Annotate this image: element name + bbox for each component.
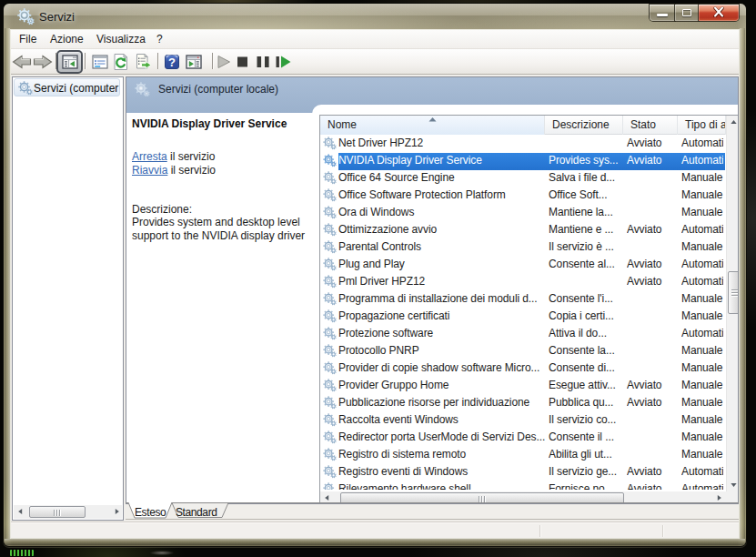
column-header-descrizione[interactable]: Descrizione — [545, 116, 623, 135]
toolbar-forward-button[interactable] — [33, 52, 53, 72]
tab-esteso[interactable]: Esteso — [135, 506, 166, 519]
service-row[interactable]: Rilevamento hardware shellFornisce no...… — [320, 481, 725, 490]
menu-help[interactable]: ? — [156, 33, 163, 46]
toolbar-export-list-button[interactable] — [133, 52, 153, 72]
service-gear-icon — [323, 240, 337, 257]
restart-service-link[interactable]: Riavvia — [132, 164, 167, 177]
scroll-left-icon[interactable] — [14, 505, 27, 518]
service-row[interactable]: Pml Driver HPZ12AvviatoAutomatico — [320, 273, 725, 290]
cell-descrizione: Fornisce no... — [549, 482, 623, 490]
cell-tipo: Manuale — [681, 188, 723, 201]
scroll-up-icon[interactable] — [727, 116, 739, 128]
column-header-tipo-di-avvio[interactable]: Tipo di avvio — [678, 116, 726, 135]
service-row[interactable]: Propagazione certificatiCopia i certi...… — [320, 308, 725, 325]
service-row[interactable]: Registro eventi di WindowsIl servizio ge… — [320, 463, 725, 481]
service-row[interactable]: Raccolta eventi WindowsIl servizio co...… — [320, 411, 725, 429]
service-row[interactable]: Programma di installazione dei moduli d.… — [320, 290, 725, 308]
list-vertical-scrollbar[interactable] — [726, 116, 739, 491]
frame-bottom-edge — [5, 539, 745, 545]
service-row[interactable]: Parental ControlsIl servizio è ...Manual… — [320, 238, 725, 256]
service-gear-icon — [323, 448, 337, 464]
view-tabs — [126, 502, 739, 522]
description-label: Descrizione: — [132, 203, 192, 216]
status-divider-1 — [539, 525, 540, 537]
stop-service-line: Arresta il servizio — [132, 150, 215, 163]
scroll-down-icon[interactable] — [727, 479, 739, 491]
service-row[interactable]: Provider Gruppo HomeEsegue attiv...Avvia… — [320, 377, 725, 394]
service-row[interactable]: Plug and PlayConsente al...AvviatoAutoma… — [320, 256, 725, 273]
cell-tipo: Manuale — [681, 379, 723, 391]
caption-buttons — [650, 5, 739, 21]
cell-nome: Registro di sistema remoto — [338, 448, 548, 461]
service-gear-icon — [323, 465, 337, 481]
service-gear-icon — [323, 309, 337, 326]
horizontal-scroll-thumb[interactable] — [29, 506, 86, 518]
column-header-nome[interactable]: Nome — [320, 116, 545, 135]
cell-tipo: Manuale — [681, 344, 723, 357]
service-row[interactable]: Registro di sistema remotoAbilita gli ut… — [320, 446, 725, 463]
cell-nome: Office 64 Source Engine — [338, 171, 548, 184]
service-row[interactable]: Net Driver HPZ12AvviatoAutomatico — [320, 135, 725, 152]
cell-nome: Plug and Play — [338, 258, 548, 270]
toolbar-pause-service-button[interactable] — [253, 52, 273, 72]
menu-azione[interactable]: Azione — [50, 33, 84, 46]
service-row[interactable]: Ottimizzazione avvioMantiene e ...Avviat… — [320, 221, 725, 238]
close-button[interactable] — [699, 5, 739, 21]
restart-service-line: Riavvia il servizio — [132, 164, 216, 177]
scroll-right-icon[interactable] — [110, 505, 124, 518]
service-row[interactable]: Ora di WindowsMantiene la...Manuale — [320, 204, 725, 221]
service-row[interactable]: Pubblicazione risorse per individuazione… — [320, 394, 725, 411]
toolbar-restart-service-button[interactable] — [275, 52, 295, 72]
console-tree-panel: Servizi (computer locale) — [12, 76, 124, 521]
toolbar-start-service-button[interactable] — [215, 52, 235, 72]
cell-descrizione: Il servizio è ... — [549, 240, 623, 253]
cell-tipo: Manuale — [681, 171, 723, 184]
window-title: Servizi — [39, 10, 75, 24]
cell-stato: Avviato — [627, 465, 678, 478]
tab-standard[interactable]: Standard — [176, 506, 217, 519]
minimize-button[interactable] — [650, 5, 675, 21]
maximize-button[interactable] — [675, 5, 699, 21]
cell-descrizione: Consente di... — [549, 361, 623, 374]
cell-tipo: Manuale — [681, 448, 723, 461]
cell-stato: Avviato — [627, 482, 678, 490]
close-icon — [712, 6, 725, 17]
toolbar-show-hide-console-tree-button[interactable] — [60, 52, 80, 72]
cell-nome: Propagazione certificati — [338, 309, 548, 322]
cell-tipo: Manuale — [681, 292, 723, 305]
cell-stato: Avviato — [627, 258, 678, 270]
toolbar-properties-button[interactable] — [90, 52, 110, 72]
cell-descrizione: Office Soft... — [549, 188, 623, 201]
service-row[interactable]: Office Software Protection PlatformOffic… — [320, 187, 725, 204]
menu-visualizza[interactable]: Visualizza — [96, 33, 146, 46]
toolbar-back-button[interactable] — [12, 52, 32, 72]
service-gear-icon — [323, 137, 337, 153]
service-row[interactable]: Provider di copie shadow software Micro.… — [320, 360, 725, 377]
tree-horizontal-scrollbar[interactable] — [14, 505, 122, 519]
service-row[interactable]: Office 64 Source EngineSalva i file d...… — [320, 169, 725, 187]
toolbar-refresh-button[interactable] — [111, 52, 131, 72]
cell-tipo: Manuale — [681, 206, 723, 218]
vertical-scroll-thumb[interactable] — [728, 271, 739, 314]
cell-descrizione: Consente l'i... — [549, 292, 623, 305]
cell-nome: Net Driver HPZ12 — [338, 137, 548, 149]
service-gear-icon — [323, 292, 337, 309]
service-row[interactable]: Protezione softwareAttiva il do...Automa… — [320, 325, 725, 342]
service-row[interactable]: Redirector porta UserMode di Servizi Des… — [320, 429, 725, 446]
service-row[interactable]: Protocollo PNRPConsente la...Manuale — [320, 342, 725, 360]
stop-service-link[interactable]: Arresta — [132, 150, 167, 163]
titlebar[interactable]: Servizi — [4, 4, 746, 30]
cell-nome: Protezione software — [338, 327, 548, 339]
cell-nome: Redirector porta UserMode di Servizi Des… — [338, 430, 548, 443]
menu-file[interactable]: File — [19, 33, 36, 46]
tree-item-servizi[interactable]: Servizi (computer locale) — [14, 78, 120, 96]
column-header-stato[interactable]: Stato — [623, 116, 678, 135]
results-pane: Servizi (computer locale) NVIDIA Display… — [126, 76, 739, 504]
toolbar-stop-service-button[interactable] — [233, 52, 253, 72]
toolbar-show-hide-action-pane-button[interactable] — [184, 52, 204, 72]
cell-stato: Avviato — [627, 275, 678, 288]
service-row[interactable]: NVIDIA Display Driver ServiceProvides sy… — [320, 152, 725, 169]
toolbar-help-button[interactable]: ? — [162, 52, 182, 72]
service-gear-icon — [323, 361, 337, 378]
service-gear-icon — [323, 344, 337, 360]
